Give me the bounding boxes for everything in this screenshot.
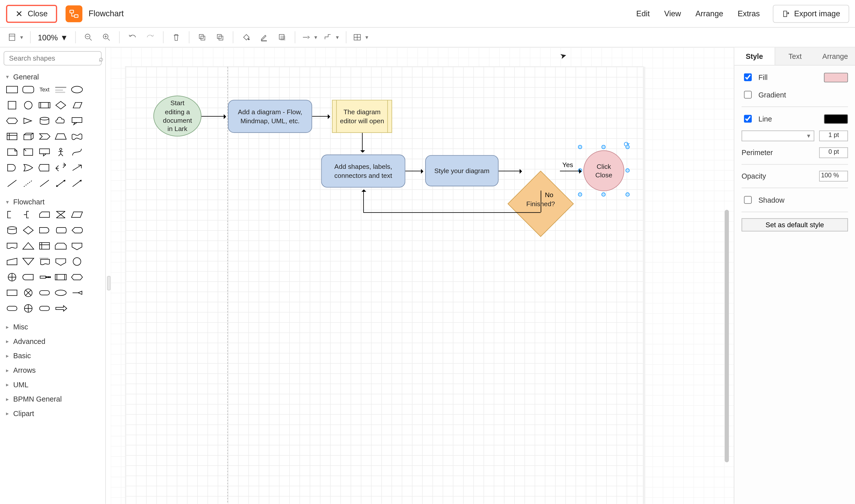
- shape-parallelogram[interactable]: [70, 99, 84, 111]
- fc-transfer[interactable]: [38, 271, 52, 283]
- line-checkbox[interactable]: [744, 115, 752, 123]
- shape-square[interactable]: [5, 99, 19, 111]
- shape-text[interactable]: Text: [38, 84, 52, 96]
- edge[interactable]: [560, 171, 581, 172]
- tab-arrange[interactable]: Arrange: [815, 48, 855, 65]
- shape-process[interactable]: [38, 99, 52, 111]
- shape-rect[interactable]: [5, 84, 19, 96]
- shape-actor[interactable]: [54, 146, 68, 158]
- fc-decision[interactable]: [21, 224, 35, 236]
- category-advanced[interactable]: ▸Advanced: [0, 334, 105, 348]
- shape-round-rect[interactable]: [21, 84, 35, 96]
- shape-or[interactable]: [21, 162, 35, 174]
- line-color-swatch[interactable]: [824, 114, 848, 124]
- shape-datastore[interactable]: [38, 162, 52, 174]
- edge[interactable]: [201, 116, 226, 116]
- undo-button[interactable]: [123, 28, 141, 46]
- category-basic[interactable]: ▸Basic: [0, 348, 105, 363]
- shape-callout-rect[interactable]: [38, 146, 52, 158]
- fc-looplimit[interactable]: [54, 240, 68, 252]
- shape-cloud[interactable]: [54, 115, 68, 127]
- fc-annotation2[interactable]: [21, 209, 35, 221]
- canvas-page[interactable]: Start editing a document in Lark Add a d…: [126, 67, 643, 504]
- shape-triangle[interactable]: [21, 115, 35, 127]
- shadow-button[interactable]: [273, 28, 291, 46]
- shape-dir-line[interactable]: [70, 177, 84, 190]
- shape-cylinder[interactable]: [38, 115, 52, 127]
- category-uml[interactable]: ▸UML: [0, 377, 105, 392]
- fc-offpage2[interactable]: [54, 255, 68, 268]
- shape-and[interactable]: [5, 162, 19, 174]
- fill-color-swatch[interactable]: [824, 72, 848, 82]
- shape-textbox[interactable]: [54, 84, 68, 96]
- shape-arrow[interactable]: [70, 162, 84, 174]
- node-finished[interactable]: Finished?: [517, 180, 564, 227]
- line-width-input[interactable]: 1 pt: [819, 130, 848, 141]
- fc-document[interactable]: [5, 240, 19, 252]
- menu-arrange[interactable]: Arrange: [688, 9, 730, 18]
- set-default-style-button[interactable]: Set as default style: [742, 218, 848, 232]
- edge[interactable]: [363, 190, 364, 212]
- fc-predefined[interactable]: [54, 271, 68, 283]
- shape-bidir-line[interactable]: [54, 177, 68, 190]
- insert-table-button[interactable]: ▼: [350, 28, 372, 46]
- fc-start[interactable]: [38, 287, 52, 299]
- category-bpmn[interactable]: ▸BPMN General: [0, 391, 105, 406]
- document-title[interactable]: Flowchart: [88, 9, 124, 18]
- delete-button[interactable]: [167, 28, 185, 46]
- canvas-scrollbar[interactable]: [725, 210, 729, 463]
- shape-trapezoid[interactable]: [54, 130, 68, 143]
- page-setup-button[interactable]: ▼: [5, 28, 26, 46]
- shape-bidir-arrow[interactable]: [54, 162, 68, 174]
- fc-card[interactable]: [38, 209, 52, 221]
- node-add-diagram[interactable]: Add a diagram - Flow, Mindmap, UML, etc.: [228, 100, 312, 133]
- category-flowchart[interactable]: ▾Flowchart: [0, 194, 105, 209]
- shape-card[interactable]: [21, 146, 35, 158]
- edge[interactable]: [312, 116, 330, 116]
- connection-style-button[interactable]: ▼: [299, 28, 321, 46]
- category-arrows[interactable]: ▸Arrows: [0, 362, 105, 377]
- fc-display[interactable]: [70, 224, 84, 236]
- menu-edit[interactable]: Edit: [629, 9, 657, 18]
- shape-dashed-line[interactable]: [21, 177, 35, 190]
- resize-handle[interactable]: [625, 192, 630, 197]
- shape-curve[interactable]: [70, 146, 84, 158]
- perimeter-input[interactable]: 0 pt: [819, 147, 848, 158]
- search-input[interactable]: [8, 54, 99, 62]
- export-image-button[interactable]: Export image: [773, 4, 849, 22]
- fc-directdata[interactable]: [54, 224, 68, 236]
- fc-or[interactable]: [5, 271, 19, 283]
- node-add-shapes[interactable]: Add shapes, labels, connectors and text: [321, 155, 406, 187]
- to-front-button[interactable]: [193, 28, 211, 46]
- fc-preparation[interactable]: [70, 271, 84, 283]
- category-general[interactable]: ▾General: [0, 69, 105, 84]
- line-style-select[interactable]: ▼: [742, 130, 814, 141]
- resize-handle[interactable]: [578, 192, 582, 197]
- fc-transfer2[interactable]: [54, 302, 68, 314]
- shape-callout[interactable]: [70, 115, 84, 127]
- fc-collate[interactable]: [54, 209, 68, 221]
- shape-hexagon[interactable]: [5, 115, 19, 127]
- edge[interactable]: [406, 171, 423, 172]
- resize-handle[interactable]: [601, 145, 606, 149]
- category-clipart[interactable]: ▸Clipart: [0, 406, 105, 420]
- fc-data[interactable]: [70, 209, 84, 221]
- zoom-display[interactable]: 100% ▼: [34, 33, 72, 42]
- canvas[interactable]: Start editing a document in Lark Add a d…: [111, 48, 734, 504]
- fc-extract[interactable]: [21, 240, 35, 252]
- shape-note[interactable]: [5, 146, 19, 158]
- shape-diamond[interactable]: [54, 99, 68, 111]
- fc-process[interactable]: [5, 287, 19, 299]
- fc-summing[interactable]: [21, 302, 35, 314]
- resize-handle[interactable]: [625, 145, 630, 149]
- shape-cube[interactable]: [21, 130, 35, 143]
- zoom-in-button[interactable]: [97, 28, 115, 46]
- shape-ellipse[interactable]: [70, 84, 84, 96]
- menu-extras[interactable]: Extras: [730, 9, 767, 18]
- fc-connector[interactable]: [70, 255, 84, 268]
- fc-sum[interactable]: [70, 287, 84, 299]
- fc-sort[interactable]: [21, 287, 35, 299]
- node-start[interactable]: Start editing a document in Lark: [153, 96, 201, 137]
- zoom-out-button[interactable]: [79, 28, 97, 46]
- fc-terminator[interactable]: [5, 302, 19, 314]
